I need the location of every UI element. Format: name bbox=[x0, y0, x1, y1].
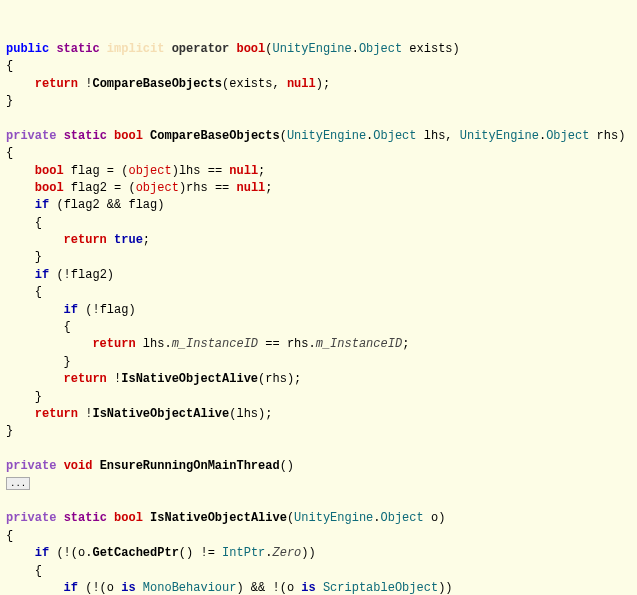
keyword-true: true bbox=[114, 233, 143, 247]
type-unityengine: UnityEngine bbox=[272, 42, 351, 56]
keyword-public: public bbox=[6, 42, 49, 56]
code-block: public static implicit operator bool(Uni… bbox=[6, 41, 631, 595]
prop-zero: Zero bbox=[273, 546, 302, 560]
prop-m-instanceid: m_InstanceID bbox=[172, 337, 258, 351]
keyword-object: object bbox=[128, 164, 171, 178]
keyword-return: return bbox=[35, 77, 78, 91]
keyword-is: is bbox=[121, 581, 135, 595]
method-isnativeobjectalive: IsNativeObjectAlive bbox=[150, 511, 287, 525]
method-ensurerunningonmainthread: EnsureRunningOnMainThread bbox=[100, 459, 280, 473]
type-monobehaviour: MonoBehaviour bbox=[143, 581, 237, 595]
type-object: Object bbox=[359, 42, 402, 56]
type-scriptableobject: ScriptableObject bbox=[323, 581, 438, 595]
keyword-null: null bbox=[287, 77, 316, 91]
keyword-private: private bbox=[6, 129, 56, 143]
method-comparebaseobjects: CompareBaseObjects bbox=[150, 129, 280, 143]
type-intptr: IntPtr bbox=[222, 546, 265, 560]
collapsed-region-icon[interactable]: ... bbox=[6, 477, 30, 490]
keyword-implicit: implicit bbox=[107, 42, 165, 56]
keyword-void: void bbox=[64, 459, 93, 473]
call-getcachedptr: GetCachedPtr bbox=[92, 546, 178, 560]
keyword-operator: operator bbox=[172, 42, 230, 56]
keyword-if: if bbox=[35, 198, 49, 212]
call-isnativeobjectalive: IsNativeObjectAlive bbox=[121, 372, 258, 386]
keyword-bool: bool bbox=[236, 42, 265, 56]
call-comparebaseobjects: CompareBaseObjects bbox=[92, 77, 222, 91]
keyword-static: static bbox=[56, 42, 99, 56]
